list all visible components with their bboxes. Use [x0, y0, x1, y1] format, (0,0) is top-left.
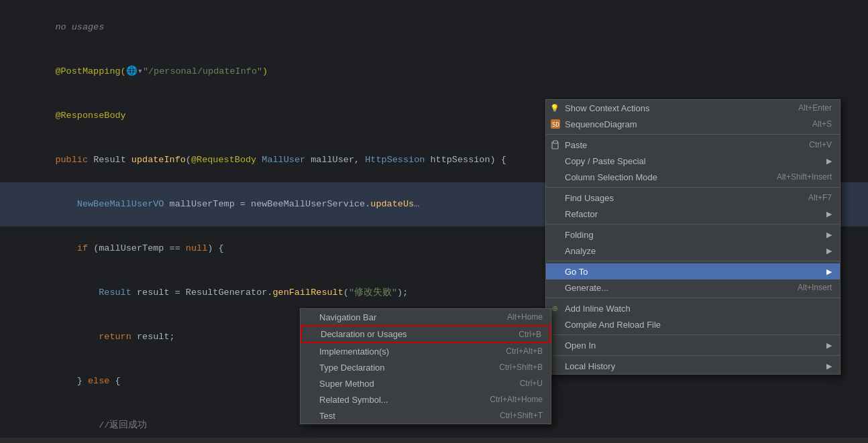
arrow-icon: ▶ — [826, 231, 832, 239]
submenu-item-implementations[interactable]: Implementation(s) Ctrl+Alt+B — [301, 343, 551, 359]
menu-item-folding[interactable]: Folding ▶ — [546, 227, 840, 243]
separator-2 — [546, 187, 840, 188]
submenu-item-declaration[interactable]: Declaration or Usages Ctrl+B — [301, 325, 551, 343]
menu-item-refactor[interactable]: Refactor ▶ — [546, 206, 840, 222]
menu-item-paste[interactable]: Paste Ctrl+V — [546, 137, 840, 153]
arrow-icon: ▶ — [826, 362, 832, 371]
separator-6 — [546, 334, 840, 335]
menu-item-open-in[interactable]: Open In ▶ — [546, 337, 840, 353]
arrow-icon: ▶ — [826, 267, 832, 276]
separator-7 — [546, 355, 840, 356]
menu-item-sequence-diagram[interactable]: SD SequenceDiagram Alt+S — [546, 116, 840, 132]
submenu-item-navigation-bar[interactable]: Navigation Bar Alt+Home — [301, 309, 551, 325]
menu-item-add-inline-watch[interactable]: ⊕ Add Inline Watch — [546, 300, 840, 316]
submenu-item-type-declaration[interactable]: Type Declaration Ctrl+Shift+B — [301, 359, 551, 375]
svg-text:SD: SD — [552, 121, 559, 128]
menu-item-column-selection[interactable]: Column Selection Mode Alt+Shift+Insert — [546, 169, 840, 185]
line-no-usages: no usages — [0, 5, 868, 50]
horizontal-scrollbar[interactable] — [0, 438, 868, 443]
separator-4 — [546, 261, 840, 261]
menu-item-compile-reload[interactable]: Compile And Reload File — [546, 316, 840, 332]
line-postmapping: @PostMapping(🌐▾"/personal/updateInfo") — [0, 50, 868, 94]
separator-1 — [546, 134, 840, 135]
goto-submenu: Navigation Bar Alt+Home Declaration or U… — [300, 308, 551, 424]
context-menu: 💡 Show Context Actions Alt+Enter SD Sequ… — [545, 99, 840, 375]
menu-item-goto[interactable]: Go To ▶ — [546, 263, 840, 279]
menu-item-analyze[interactable]: Analyze ▶ — [546, 243, 840, 259]
svg-rect-3 — [553, 141, 557, 143]
submenu-item-test[interactable]: Test Ctrl+Shift+T — [301, 407, 551, 424]
separator-3 — [546, 224, 840, 225]
arrow-icon: ▶ — [826, 210, 832, 218]
arrow-icon: ▶ — [826, 341, 832, 350]
submenu-item-super-method[interactable]: Super Method Ctrl+U — [301, 375, 551, 391]
arrow-icon: ▶ — [826, 157, 832, 166]
separator-5 — [546, 298, 840, 298]
menu-item-find-usages[interactable]: Find Usages Alt+F7 — [546, 190, 840, 206]
submenu-item-related-symbol[interactable]: Related Symbol... Ctrl+Alt+Home — [301, 391, 551, 407]
sequence-diagram-icon: SD — [550, 119, 561, 129]
menu-item-local-history[interactable]: Local History ▶ — [546, 358, 840, 374]
arrow-icon: ▶ — [826, 247, 832, 255]
bulb-icon: 💡 — [549, 103, 560, 113]
menu-item-show-context-actions[interactable]: 💡 Show Context Actions Alt+Enter — [546, 100, 840, 116]
menu-item-generate[interactable]: Generate... Alt+Insert — [546, 279, 840, 296]
menu-item-copy-paste-special[interactable]: Copy / Paste Special ▶ — [546, 153, 840, 169]
paste-icon — [550, 139, 561, 150]
